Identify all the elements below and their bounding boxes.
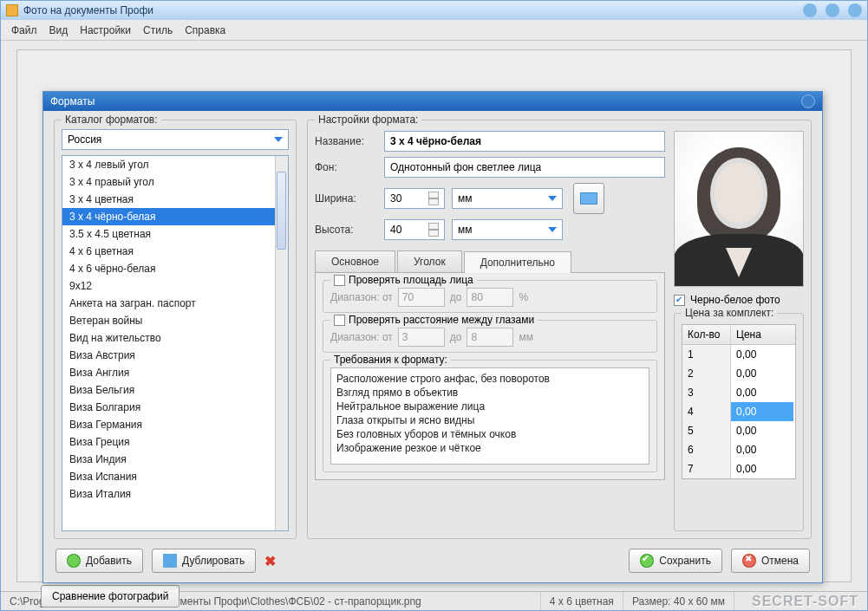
tabs: Основное Уголок Дополнительно (315, 250, 665, 272)
format-item[interactable]: Виза Индия (62, 451, 275, 468)
price-row[interactable]: 20,00 (682, 364, 795, 383)
delete-button[interactable] (264, 553, 280, 569)
range-to-label-2: до (450, 331, 462, 343)
requirement-item: Изображение резкое и чёткое (336, 441, 643, 455)
menubar: Файл Вид Настройки Стиль Справка (1, 20, 867, 41)
requirements-list[interactable]: Расположение строго анфас, без поворотов… (330, 367, 649, 465)
card-icon (580, 192, 597, 205)
price-groupbox: Цена за комплект: Кол-воЦена 10,0020,003… (674, 313, 804, 531)
client-area: Сравнение фотографий Форматы Каталог фор… (1, 41, 867, 591)
width-label: Ширина: (315, 192, 377, 205)
duplicate-button[interactable]: Дублировать (152, 549, 256, 573)
settings-legend: Настройки формата: (315, 114, 421, 126)
minimize-button[interactable] (803, 3, 817, 17)
format-item[interactable]: Виза Бельгия (62, 381, 275, 399)
format-item[interactable]: Ветеран войны (62, 312, 275, 329)
format-item[interactable]: Вид на жительство (62, 329, 275, 347)
bg-label: Фон: (315, 161, 377, 173)
format-item[interactable]: Виза Англия (62, 364, 275, 381)
range-from-label: Диапазон: от (330, 291, 393, 303)
eyes-unit: мм (519, 331, 533, 343)
catalog-groupbox: Каталог форматов: Россия 3 x 4 левый уго… (54, 120, 297, 539)
app-window: Фото на документы Профи Файл Вид Настрой… (0, 0, 868, 611)
price-row[interactable]: 70,00 (682, 459, 795, 478)
price-legend: Цена за комплект: (682, 307, 777, 319)
link-dims-button[interactable] (573, 183, 604, 214)
check-face-label: Проверять площадь лица (349, 274, 473, 286)
format-item[interactable]: 3 x 4 левый угол (62, 156, 275, 173)
format-item[interactable]: 4 x 6 чёрно-белая (62, 260, 275, 277)
name-input[interactable]: 3 x 4 чёрно-белая (384, 131, 665, 152)
app-icon (6, 4, 18, 16)
cancel-button[interactable]: Отмена (731, 549, 810, 573)
range-from-label-2: Диапазон: от (330, 331, 393, 343)
close-button[interactable] (848, 3, 862, 17)
maximize-button[interactable] (826, 3, 839, 17)
width-unit-combo[interactable]: мм (452, 188, 563, 209)
format-item[interactable]: Виза Испания (62, 468, 275, 485)
reqs-legend: Требования к формату: (330, 354, 451, 366)
chevron-down-icon (274, 137, 283, 142)
format-item[interactable]: Виза Австрия (62, 347, 275, 364)
format-item[interactable]: 3 x 4 чёрно-белая (62, 208, 275, 225)
menu-file[interactable]: Файл (11, 24, 37, 36)
bw-checkbox[interactable] (674, 295, 685, 306)
price-table[interactable]: Кол-воЦена 10,0020,0030,0040,0050,0060,0… (682, 324, 796, 479)
formats-dialog: Форматы Каталог форматов: Россия 3 x 4 л… (42, 91, 823, 583)
face-area-group: Проверять площадь лица Диапазон: от 70 д… (323, 280, 657, 313)
dialog-title: Форматы (50, 95, 95, 107)
status-size: Размер: 40 x 60 мм (623, 592, 734, 610)
chevron-down-icon (548, 196, 557, 201)
add-button[interactable]: Добавить (55, 549, 143, 573)
tab-corner[interactable]: Уголок (397, 250, 462, 272)
height-spinner[interactable]: 40 (384, 219, 445, 240)
tab-additional[interactable]: Дополнительно (464, 251, 571, 273)
dialog-close-button[interactable] (801, 94, 815, 108)
scroll-thumb[interactable] (277, 172, 286, 250)
requirement-item: Нейтральное выражение лица (336, 400, 643, 413)
requirement-item: Глаза открыты и ясно видны (336, 413, 643, 427)
format-item[interactable]: 3 x 4 правый угол (62, 173, 275, 191)
price-row[interactable]: 30,00 (682, 383, 795, 402)
format-item[interactable]: Виза Болгария (62, 399, 275, 416)
check-eyes-checkbox[interactable] (334, 315, 345, 326)
preview-photo (674, 131, 804, 287)
plus-icon (67, 554, 81, 568)
country-value: Россия (68, 133, 101, 146)
width-spinner[interactable]: 30 (384, 188, 445, 209)
menu-settings[interactable]: Настройки (80, 24, 131, 36)
price-row[interactable]: 40,00 (682, 402, 795, 421)
check-icon (640, 554, 654, 568)
price-row[interactable]: 60,00 (682, 440, 795, 459)
format-item[interactable]: 4 x 6 цветная (62, 243, 275, 260)
price-row[interactable]: 50,00 (682, 421, 795, 440)
compare-photos-button[interactable]: Сравнение фотографий (41, 585, 179, 608)
titlebar[interactable]: Фото на документы Профи (1, 1, 867, 20)
range-to-label: до (450, 291, 462, 303)
bw-label: Черно-белое фото (690, 294, 780, 306)
format-item[interactable]: Анкета на загран. паспорт (62, 295, 275, 312)
dialog-titlebar[interactable]: Форматы (43, 92, 822, 111)
format-item[interactable]: Виза Италия (62, 485, 275, 503)
menu-style[interactable]: Стиль (143, 24, 173, 36)
country-combo[interactable]: Россия (62, 129, 289, 150)
save-button[interactable]: Сохранить (629, 549, 722, 573)
check-face-checkbox[interactable] (334, 275, 345, 286)
requirements-group: Требования к формату: Расположение строг… (323, 360, 657, 472)
eyes-from-spinner: 3 (398, 328, 445, 347)
menu-view[interactable]: Вид (49, 24, 69, 36)
settings-groupbox: Настройки формата: Название: 3 x 4 чёрно… (307, 120, 812, 539)
name-label: Название: (315, 135, 377, 147)
price-row[interactable]: 10,00 (682, 345, 795, 364)
format-item[interactable]: Виза Греция (62, 433, 275, 451)
format-item[interactable]: Виза Германия (62, 416, 275, 433)
format-item[interactable]: 3 x 4 цветная (62, 191, 275, 208)
bg-input[interactable]: Однотонный фон светлее лица (384, 157, 665, 178)
x-icon (742, 554, 756, 568)
tab-main[interactable]: Основное (315, 250, 395, 272)
format-item[interactable]: 3.5 x 4.5 цветная (62, 225, 275, 243)
menu-help[interactable]: Справка (185, 24, 225, 36)
format-listbox[interactable]: 3 x 4 левый угол3 x 4 правый угол3 x 4 ц… (62, 155, 289, 531)
height-unit-combo[interactable]: мм (452, 219, 563, 240)
format-item[interactable]: 9x12 (62, 277, 275, 295)
